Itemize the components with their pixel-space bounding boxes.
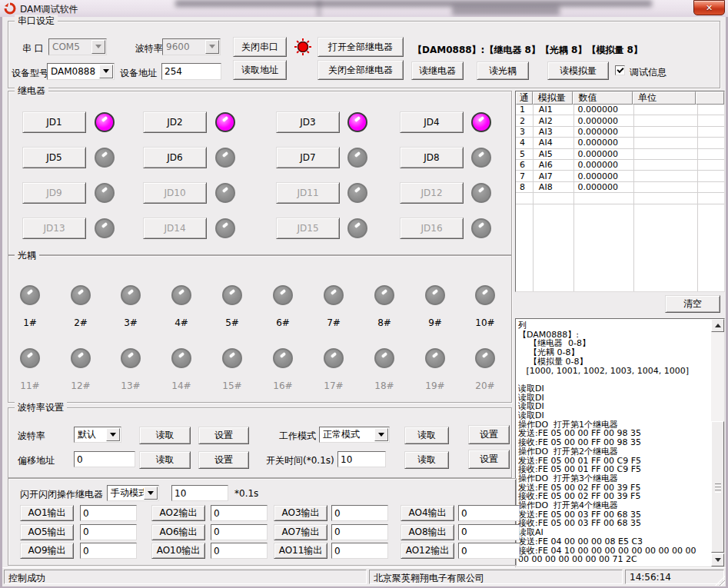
ao-output-button-11[interactable]: AO11输出 <box>274 543 327 559</box>
relay-led-jd3 <box>347 112 367 132</box>
opto-label: 20# <box>468 380 502 391</box>
log-scrollbar[interactable] <box>711 319 724 566</box>
ao-output-button-1[interactable]: AO1输出 <box>20 505 74 521</box>
switch-time-set-button[interactable]: 设置 <box>468 450 510 469</box>
relay-button-jd2[interactable]: JD2 <box>143 111 207 133</box>
ao-output-input-7[interactable] <box>331 524 388 540</box>
switch-time-read-button[interactable]: 读取 <box>404 451 449 469</box>
close-all-relays-button[interactable]: 关闭全部继电器 <box>317 60 404 80</box>
table-cell: 8 <box>516 182 533 192</box>
table-header-2[interactable]: 数值 <box>573 91 632 105</box>
scrollbar-thumb[interactable] <box>711 421 724 553</box>
relay-button-jd13[interactable]: JD13 <box>22 218 86 239</box>
ao-output-button-3[interactable]: AO3输出 <box>274 505 327 521</box>
log-box: 列【DAM0888】: 【继电器 0-8】 【光耦 0-8】 【模拟量 0-8】… <box>515 318 725 567</box>
switch-time-input[interactable] <box>337 451 386 467</box>
table-cell: 2 <box>516 116 533 126</box>
offset-set-button[interactable]: 设置 <box>198 451 249 469</box>
close-button[interactable]: ✕ <box>693 0 725 15</box>
relay-button-jd6[interactable]: JD6 <box>143 147 207 168</box>
ao-output-input-6[interactable] <box>211 524 268 540</box>
relay-button-jd10[interactable]: JD10 <box>143 182 207 204</box>
relay-button-jd16[interactable]: JD16 <box>400 218 464 239</box>
table-header-0[interactable]: 通 <box>516 91 533 105</box>
relay-button-jd4[interactable]: JD4 <box>400 111 464 133</box>
chevron-down-icon <box>91 40 105 54</box>
scroll-down-icon[interactable] <box>711 553 724 566</box>
opto-label: 1# <box>13 317 47 328</box>
ao-output-button-10[interactable]: AO10输出 <box>151 543 205 559</box>
opto-label: 5# <box>215 317 249 328</box>
opto-led-13 <box>121 348 141 368</box>
opto-label: 13# <box>114 380 148 391</box>
log-line: 00 00 00 00 00 00 00 71 2C <box>518 555 709 564</box>
offset-addr-label: 偏移地址 <box>18 454 55 467</box>
table-row: 3AI30.000000 <box>516 127 724 138</box>
read-opto-button[interactable]: 读光耦 <box>477 61 529 80</box>
opto-label: 12# <box>64 380 98 391</box>
relay-button-jd11[interactable]: JD11 <box>276 182 340 204</box>
ao-output-button-5[interactable]: AO5输出 <box>20 524 74 540</box>
ao-output-input-5[interactable] <box>80 524 137 540</box>
debug-info-checkbox[interactable] <box>615 65 625 75</box>
read-analog-button[interactable]: 读模拟量 <box>547 61 609 80</box>
ao-output-input-10[interactable] <box>211 543 268 559</box>
analog-table: 通模拟量数值单位 1AI10.0000002AI20.0000003AI30.0… <box>515 91 725 292</box>
device-addr-input[interactable] <box>161 63 221 80</box>
ao-output-button-12[interactable]: AO12输出 <box>401 543 454 559</box>
relay-button-jd3[interactable]: JD3 <box>276 111 340 133</box>
baud-read-button[interactable]: 读取 <box>139 427 191 444</box>
ao-output-button-9[interactable]: AO9输出 <box>20 543 74 559</box>
ao-grid: AO1输出AO2输出AO3输出AO4输出AO5输出AO6输出AO7输出AO8输出… <box>8 479 516 565</box>
ao-output-input-12[interactable] <box>458 543 520 559</box>
relay-led-jd12 <box>471 183 491 203</box>
table-header-3[interactable]: 单位 <box>633 91 696 105</box>
work-mode-read-button[interactable]: 读取 <box>404 427 449 444</box>
ao-output-input-1[interactable] <box>80 505 137 521</box>
open-all-relays-button[interactable]: 打开全部继电器 <box>317 37 404 57</box>
close-serial-button[interactable]: 关闭串口 <box>233 37 287 57</box>
clear-log-button[interactable]: 清空 <box>665 295 720 313</box>
ao-output-button-6[interactable]: AO6输出 <box>151 524 205 540</box>
ao-output-input-11[interactable] <box>331 543 388 559</box>
opto-label: 19# <box>418 380 452 391</box>
ao-output-button-7[interactable]: AO7输出 <box>274 524 327 540</box>
table-cell: 7 <box>516 171 533 181</box>
work-mode-select[interactable]: 正常模式 <box>319 427 390 443</box>
read-addr-button[interactable]: 读取地址 <box>233 60 287 80</box>
baudrate-select[interactable]: 默认 <box>74 427 121 443</box>
relay-led-jd2 <box>215 112 235 132</box>
baud-set-button[interactable]: 设置 <box>198 427 249 444</box>
table-header-1[interactable]: 模拟量 <box>533 91 573 105</box>
offset-read-button[interactable]: 读取 <box>139 451 191 469</box>
offset-addr-input[interactable] <box>74 451 135 467</box>
relay-button-jd5[interactable]: JD5 <box>22 147 86 168</box>
table-grid-line <box>533 105 534 291</box>
scroll-up-icon[interactable] <box>711 319 724 332</box>
ao-output-input-2[interactable] <box>211 505 268 521</box>
work-mode-set-button[interactable]: 设置 <box>468 425 510 444</box>
relay-button-jd12[interactable]: JD12 <box>400 182 464 204</box>
ao-output-input-4[interactable] <box>458 505 520 521</box>
relay-button-jd15[interactable]: JD15 <box>276 218 340 239</box>
opto-label: 14# <box>165 380 198 391</box>
ao-output-button-2[interactable]: AO2输出 <box>151 505 205 521</box>
ao-output-button-4[interactable]: AO4输出 <box>401 505 454 521</box>
model-select[interactable]: DAM0888 <box>47 63 115 80</box>
relay-button-jd14[interactable]: JD14 <box>143 218 207 239</box>
relay-button-jd1[interactable]: JD1 <box>22 111 86 133</box>
ao-output-button-8[interactable]: AO8输出 <box>401 524 454 540</box>
relay-button-jd9[interactable]: JD9 <box>22 182 86 204</box>
ao-output-input-3[interactable] <box>331 505 388 521</box>
relay-button-jd8[interactable]: JD8 <box>400 147 464 168</box>
ao-output-input-9[interactable] <box>80 543 137 559</box>
relay-button-jd7[interactable]: JD7 <box>276 147 340 168</box>
log-line <box>518 375 709 384</box>
baudrate-label: 波特率 <box>18 430 45 443</box>
table-cell: 6 <box>516 160 533 170</box>
read-relay-button[interactable]: 读继电器 <box>411 61 464 80</box>
table-header-4[interactable] <box>696 91 724 105</box>
table-cell: AI5 <box>533 149 573 159</box>
relay-led-jd8 <box>471 148 491 168</box>
ao-output-input-8[interactable] <box>458 524 520 540</box>
